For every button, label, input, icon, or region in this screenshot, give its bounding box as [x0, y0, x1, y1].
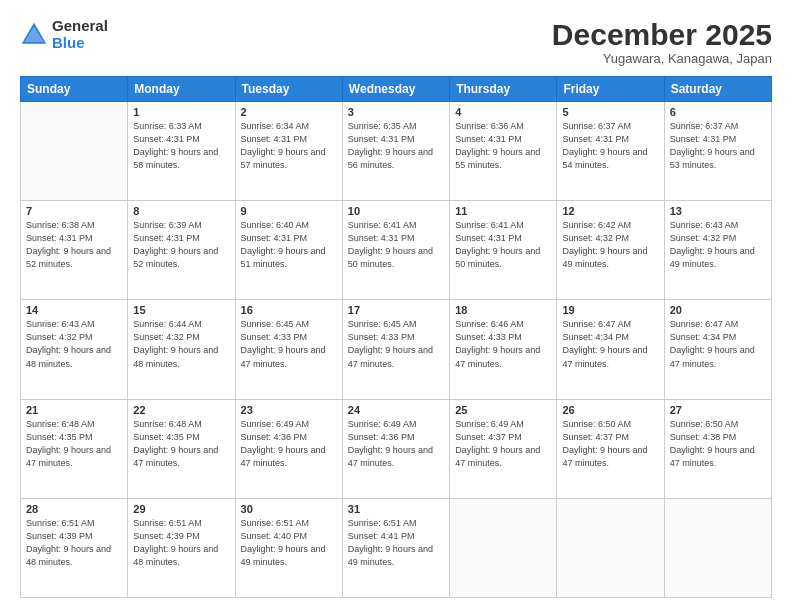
cell-info: Sunrise: 6:47 AMSunset: 4:34 PMDaylight:…: [562, 318, 658, 370]
day-number: 15: [133, 304, 229, 316]
day-number: 25: [455, 404, 551, 416]
cell-info: Sunrise: 6:38 AMSunset: 4:31 PMDaylight:…: [26, 219, 122, 271]
day-number: 9: [241, 205, 337, 217]
calendar-cell: 16Sunrise: 6:45 AMSunset: 4:33 PMDayligh…: [235, 300, 342, 399]
logo-text: General Blue: [52, 18, 108, 51]
cell-info: Sunrise: 6:45 AMSunset: 4:33 PMDaylight:…: [348, 318, 444, 370]
cell-info: Sunrise: 6:51 AMSunset: 4:39 PMDaylight:…: [26, 517, 122, 569]
day-number: 18: [455, 304, 551, 316]
calendar-cell: 31Sunrise: 6:51 AMSunset: 4:41 PMDayligh…: [342, 498, 449, 597]
cell-info: Sunrise: 6:37 AMSunset: 4:31 PMDaylight:…: [670, 120, 766, 172]
cell-info: Sunrise: 6:41 AMSunset: 4:31 PMDaylight:…: [455, 219, 551, 271]
day-number: 29: [133, 503, 229, 515]
calendar-cell: 15Sunrise: 6:44 AMSunset: 4:32 PMDayligh…: [128, 300, 235, 399]
day-number: 3: [348, 106, 444, 118]
cell-info: Sunrise: 6:37 AMSunset: 4:31 PMDaylight:…: [562, 120, 658, 172]
calendar-cell: 11Sunrise: 6:41 AMSunset: 4:31 PMDayligh…: [450, 201, 557, 300]
calendar-cell: 12Sunrise: 6:42 AMSunset: 4:32 PMDayligh…: [557, 201, 664, 300]
day-number: 24: [348, 404, 444, 416]
calendar-cell: 6Sunrise: 6:37 AMSunset: 4:31 PMDaylight…: [664, 102, 771, 201]
calendar-row-2: 14Sunrise: 6:43 AMSunset: 4:32 PMDayligh…: [21, 300, 772, 399]
day-number: 6: [670, 106, 766, 118]
cell-info: Sunrise: 6:41 AMSunset: 4:31 PMDaylight:…: [348, 219, 444, 271]
calendar-cell: 27Sunrise: 6:50 AMSunset: 4:38 PMDayligh…: [664, 399, 771, 498]
calendar-cell: 3Sunrise: 6:35 AMSunset: 4:31 PMDaylight…: [342, 102, 449, 201]
calendar-cell: [557, 498, 664, 597]
day-number: 13: [670, 205, 766, 217]
cell-info: Sunrise: 6:45 AMSunset: 4:33 PMDaylight:…: [241, 318, 337, 370]
calendar-cell: [664, 498, 771, 597]
calendar-cell: 1Sunrise: 6:33 AMSunset: 4:31 PMDaylight…: [128, 102, 235, 201]
day-number: 17: [348, 304, 444, 316]
weekday-header-wednesday: Wednesday: [342, 77, 449, 102]
cell-info: Sunrise: 6:51 AMSunset: 4:39 PMDaylight:…: [133, 517, 229, 569]
cell-info: Sunrise: 6:51 AMSunset: 4:41 PMDaylight:…: [348, 517, 444, 569]
cell-info: Sunrise: 6:34 AMSunset: 4:31 PMDaylight:…: [241, 120, 337, 172]
calendar-cell: 14Sunrise: 6:43 AMSunset: 4:32 PMDayligh…: [21, 300, 128, 399]
cell-info: Sunrise: 6:39 AMSunset: 4:31 PMDaylight:…: [133, 219, 229, 271]
calendar-cell: 22Sunrise: 6:48 AMSunset: 4:35 PMDayligh…: [128, 399, 235, 498]
weekday-header-monday: Monday: [128, 77, 235, 102]
cell-info: Sunrise: 6:51 AMSunset: 4:40 PMDaylight:…: [241, 517, 337, 569]
calendar-cell: 7Sunrise: 6:38 AMSunset: 4:31 PMDaylight…: [21, 201, 128, 300]
day-number: 5: [562, 106, 658, 118]
calendar-cell: 23Sunrise: 6:49 AMSunset: 4:36 PMDayligh…: [235, 399, 342, 498]
cell-info: Sunrise: 6:50 AMSunset: 4:37 PMDaylight:…: [562, 418, 658, 470]
cell-info: Sunrise: 6:40 AMSunset: 4:31 PMDaylight:…: [241, 219, 337, 271]
day-number: 31: [348, 503, 444, 515]
calendar-row-4: 28Sunrise: 6:51 AMSunset: 4:39 PMDayligh…: [21, 498, 772, 597]
calendar-row-0: 1Sunrise: 6:33 AMSunset: 4:31 PMDaylight…: [21, 102, 772, 201]
day-number: 1: [133, 106, 229, 118]
calendar-cell: 9Sunrise: 6:40 AMSunset: 4:31 PMDaylight…: [235, 201, 342, 300]
calendar-cell: 24Sunrise: 6:49 AMSunset: 4:36 PMDayligh…: [342, 399, 449, 498]
weekday-header-friday: Friday: [557, 77, 664, 102]
cell-info: Sunrise: 6:50 AMSunset: 4:38 PMDaylight:…: [670, 418, 766, 470]
calendar-cell: 4Sunrise: 6:36 AMSunset: 4:31 PMDaylight…: [450, 102, 557, 201]
calendar-cell: 10Sunrise: 6:41 AMSunset: 4:31 PMDayligh…: [342, 201, 449, 300]
logo-general-text: General: [52, 18, 108, 35]
day-number: 11: [455, 205, 551, 217]
cell-info: Sunrise: 6:49 AMSunset: 4:36 PMDaylight:…: [348, 418, 444, 470]
day-number: 26: [562, 404, 658, 416]
header: General Blue December 2025 Yugawara, Kan…: [20, 18, 772, 66]
calendar-table: SundayMondayTuesdayWednesdayThursdayFrid…: [20, 76, 772, 598]
day-number: 30: [241, 503, 337, 515]
calendar-cell: 30Sunrise: 6:51 AMSunset: 4:40 PMDayligh…: [235, 498, 342, 597]
title-block: December 2025 Yugawara, Kanagawa, Japan: [552, 18, 772, 66]
logo-icon: [20, 21, 48, 49]
day-number: 20: [670, 304, 766, 316]
calendar-cell: 2Sunrise: 6:34 AMSunset: 4:31 PMDaylight…: [235, 102, 342, 201]
calendar-cell: [21, 102, 128, 201]
svg-marker-1: [24, 26, 43, 42]
weekday-header-thursday: Thursday: [450, 77, 557, 102]
weekday-header-saturday: Saturday: [664, 77, 771, 102]
calendar-cell: 26Sunrise: 6:50 AMSunset: 4:37 PMDayligh…: [557, 399, 664, 498]
calendar-cell: [450, 498, 557, 597]
day-number: 27: [670, 404, 766, 416]
cell-info: Sunrise: 6:43 AMSunset: 4:32 PMDaylight:…: [26, 318, 122, 370]
calendar-cell: 29Sunrise: 6:51 AMSunset: 4:39 PMDayligh…: [128, 498, 235, 597]
day-number: 16: [241, 304, 337, 316]
weekday-header-sunday: Sunday: [21, 77, 128, 102]
day-number: 22: [133, 404, 229, 416]
cell-info: Sunrise: 6:48 AMSunset: 4:35 PMDaylight:…: [26, 418, 122, 470]
location-subtitle: Yugawara, Kanagawa, Japan: [552, 51, 772, 66]
cell-info: Sunrise: 6:36 AMSunset: 4:31 PMDaylight:…: [455, 120, 551, 172]
cell-info: Sunrise: 6:42 AMSunset: 4:32 PMDaylight:…: [562, 219, 658, 271]
day-number: 21: [26, 404, 122, 416]
logo-blue-text: Blue: [52, 35, 108, 52]
cell-info: Sunrise: 6:33 AMSunset: 4:31 PMDaylight:…: [133, 120, 229, 172]
calendar-cell: 17Sunrise: 6:45 AMSunset: 4:33 PMDayligh…: [342, 300, 449, 399]
calendar-cell: 13Sunrise: 6:43 AMSunset: 4:32 PMDayligh…: [664, 201, 771, 300]
day-number: 23: [241, 404, 337, 416]
calendar-cell: 20Sunrise: 6:47 AMSunset: 4:34 PMDayligh…: [664, 300, 771, 399]
month-title: December 2025: [552, 18, 772, 51]
cell-info: Sunrise: 6:44 AMSunset: 4:32 PMDaylight:…: [133, 318, 229, 370]
day-number: 12: [562, 205, 658, 217]
weekday-header-row: SundayMondayTuesdayWednesdayThursdayFrid…: [21, 77, 772, 102]
day-number: 7: [26, 205, 122, 217]
page: General Blue December 2025 Yugawara, Kan…: [0, 0, 792, 612]
calendar-cell: 8Sunrise: 6:39 AMSunset: 4:31 PMDaylight…: [128, 201, 235, 300]
cell-info: Sunrise: 6:48 AMSunset: 4:35 PMDaylight:…: [133, 418, 229, 470]
day-number: 28: [26, 503, 122, 515]
